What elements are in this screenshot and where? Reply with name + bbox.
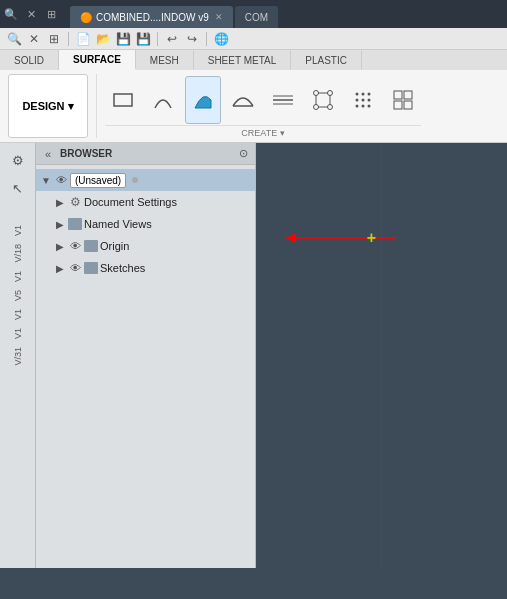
tab-solid[interactable]: SOLID (0, 50, 59, 70)
sweep-tool[interactable] (265, 76, 301, 124)
svg-marker-28 (286, 233, 296, 243)
tab-surface[interactable]: SURFACE (59, 50, 136, 70)
svg-text:+: + (367, 229, 376, 246)
unsaved-dot (132, 177, 138, 183)
tree-expand-unsaved[interactable]: ▼ (40, 174, 52, 186)
ribbon-content: DESIGN ▾ (0, 70, 507, 142)
tree-expand-sketches[interactable]: ▶ (54, 262, 66, 274)
close-icon[interactable]: ✕ (24, 7, 38, 21)
tree-label-origin: Origin (100, 240, 129, 252)
tree-folder-named (68, 218, 82, 230)
tab-sheet-metal[interactable]: SHEET METAL (194, 50, 292, 70)
open-icon[interactable]: 📂 (95, 31, 111, 47)
svg-point-21 (368, 104, 371, 107)
sidebar-label-v1-4[interactable]: V1 (13, 328, 23, 339)
browser-menu-icon[interactable]: ⊙ (235, 146, 251, 162)
tree-gear-icon: ⚙ (68, 195, 82, 209)
canvas-svg: + (256, 143, 507, 568)
tree-label-named-views: Named Views (84, 218, 152, 230)
svg-point-8 (328, 104, 333, 109)
sidebar-label-v31[interactable]: V/31 (13, 347, 23, 366)
close-tool-icon[interactable]: ✕ (26, 31, 42, 47)
tree-item-doc-settings[interactable]: ▶ ⚙ Document Settings (36, 191, 255, 213)
tree-folder-origin (84, 240, 98, 252)
tab-mesh[interactable]: MESH (136, 50, 194, 70)
tab-com2[interactable]: COM (235, 6, 278, 28)
tree-item-named-views[interactable]: ▶ Named Views (36, 213, 255, 235)
svg-point-7 (314, 104, 319, 109)
tree-item-sketches[interactable]: ▶ 👁 Sketches (36, 257, 255, 279)
svg-rect-25 (404, 101, 412, 109)
search-icon[interactable]: 🔍 (4, 7, 18, 21)
undo-icon[interactable]: ↩ (164, 31, 180, 47)
grid-tool[interactable] (385, 76, 421, 124)
title-bar: 🔍 ✕ ⊞ 🟠 COMBINED....INDOW v9 ✕ COM (0, 0, 507, 28)
create-group: CREATE ▾ (96, 74, 421, 138)
create-group-label[interactable]: CREATE ▾ (105, 125, 421, 138)
apps-icon[interactable]: ⊞ (44, 7, 58, 21)
create-tools (105, 74, 421, 125)
tree-expand-doc[interactable]: ▶ (54, 196, 66, 208)
tree-eye-sketches[interactable]: 👁 (68, 261, 82, 275)
unsaved-badge: (Unsaved) (70, 173, 126, 188)
tree-label-sketches: Sketches (100, 262, 145, 274)
tab-bar: 🟠 COMBINED....INDOW v9 ✕ COM (70, 0, 503, 28)
tab-close-icon[interactable]: ✕ (215, 12, 223, 22)
dots-icon (351, 88, 375, 112)
sidebar-label-v1-2[interactable]: V1 (13, 271, 23, 282)
browser-tree: ▼ 👁 (Unsaved) ▶ ⚙ Document Settings ▶ Na… (36, 165, 255, 568)
sidebar-label-v1-3[interactable]: V1 (13, 309, 23, 320)
loft-tool[interactable] (225, 76, 261, 124)
browser-title: BROWSER (60, 148, 231, 159)
ribbon-tab-bar: SOLID SURFACE MESH SHEET METAL PLASTIC (0, 50, 507, 70)
tab-plastic[interactable]: PLASTIC (291, 50, 362, 70)
tree-eye-unsaved[interactable]: 👁 (54, 173, 68, 187)
tree-eye-origin[interactable]: 👁 (68, 239, 82, 253)
dots-tool[interactable] (345, 76, 381, 124)
design-button[interactable]: DESIGN ▾ (8, 74, 88, 138)
apps-tool-icon[interactable]: ⊞ (46, 31, 62, 47)
ribbon: SOLID SURFACE MESH SHEET METAL PLASTIC D… (0, 50, 507, 143)
svg-point-6 (328, 90, 333, 95)
left-sidebar: ⚙ ↖ V1 V/18 V1 V5 V1 V1 V/31 (0, 143, 36, 568)
tab-combined[interactable]: 🟠 COMBINED....INDOW v9 ✕ (70, 6, 233, 28)
svg-rect-22 (394, 91, 402, 99)
redo-icon[interactable]: ↪ (184, 31, 200, 47)
file-new-icon[interactable]: 📄 (75, 31, 91, 47)
tree-item-unsaved[interactable]: ▼ 👁 (Unsaved) (36, 169, 255, 191)
sidebar-label-v18[interactable]: V/18 (13, 244, 23, 263)
svg-point-16 (356, 98, 359, 101)
window-controls[interactable]: 🔍 ✕ ⊞ (4, 7, 58, 21)
sidebar-label-v5[interactable]: V5 (13, 290, 23, 301)
grid-icon (391, 88, 415, 112)
tree-expand-named[interactable]: ▶ (54, 218, 66, 230)
search-tool-icon[interactable]: 🔍 (6, 31, 22, 47)
patch-icon (191, 88, 215, 112)
tree-label-doc-settings: Document Settings (84, 196, 177, 208)
patch-tool[interactable] (185, 76, 221, 124)
tree-item-origin[interactable]: ▶ 👁 Origin (36, 235, 255, 257)
svg-rect-23 (404, 91, 412, 99)
network-tool[interactable] (305, 76, 341, 124)
cursor-sidebar-icon[interactable]: ↖ (5, 175, 31, 201)
revolve-tool[interactable] (145, 76, 181, 124)
settings-sidebar-icon[interactable]: ⚙ (5, 147, 31, 173)
sidebar-labels: V1 V/18 V1 V5 V1 V1 V/31 (13, 221, 23, 369)
save-all-icon[interactable]: 💾 (135, 31, 151, 47)
svg-point-14 (362, 92, 365, 95)
extrude-tool[interactable] (105, 76, 141, 124)
sweep-icon (271, 88, 295, 112)
network-icon (311, 88, 335, 112)
tree-expand-origin[interactable]: ▶ (54, 240, 66, 252)
loft-icon (231, 88, 255, 112)
canvas-area[interactable]: + (256, 143, 507, 568)
sidebar-label-v1-1[interactable]: V1 (13, 225, 23, 236)
navigate-icon[interactable]: 🌐 (213, 31, 229, 47)
svg-rect-24 (394, 101, 402, 109)
save-icon[interactable]: 💾 (115, 31, 131, 47)
svg-point-19 (356, 104, 359, 107)
main-area: ⚙ ↖ V1 V/18 V1 V5 V1 V1 V/31 « BROWSER ⊙… (0, 143, 507, 568)
browser-collapse-icon[interactable]: « (40, 146, 56, 162)
svg-point-15 (368, 92, 371, 95)
browser-header: « BROWSER ⊙ (36, 143, 255, 165)
